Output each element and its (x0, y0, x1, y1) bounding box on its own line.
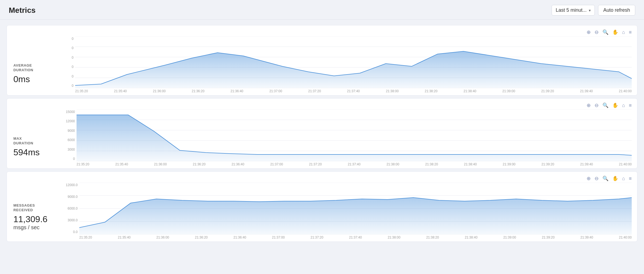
auto-refresh-button[interactable]: Auto refresh (598, 5, 635, 16)
time-selector-label: Last 5 minut... (556, 7, 587, 13)
chart-svg-3 (79, 183, 632, 234)
x-axis-1: 21:35:20 21:35:40 21:36:00 21:36:20 21:3… (62, 88, 637, 95)
chart-body-3: MESSAGESRECEIVED 11,309.6 msgs / sec 120… (7, 183, 637, 242)
pan-icon-2[interactable]: ✋ (612, 102, 618, 108)
menu-icon-3[interactable]: ≡ (629, 176, 632, 181)
chart-body-1: AVERAGEDURATION 0ms 0 0 0 0 0 0 (7, 36, 637, 95)
search-icon-3[interactable]: 🔍 (602, 175, 608, 181)
time-selector[interactable]: Last 5 minut... ▾ (552, 5, 595, 16)
chart-toolbar-1: ⊕ ⊖ 🔍 ✋ ⌂ ≡ (7, 28, 637, 36)
chart-toolbar-3: ⊕ ⊖ 🔍 ✋ ⌂ ≡ (7, 174, 637, 183)
zoom-in-icon[interactable]: ⊕ (587, 29, 591, 35)
header: Metrics Last 5 minut... ▾ Auto refresh (0, 0, 644, 20)
chart-svg-area-1 (75, 36, 632, 88)
y-axis-3: 12000.0 9000.0 6000.0 3000.0 0.0 (62, 183, 79, 234)
menu-icon-2[interactable]: ≡ (629, 103, 632, 108)
chart-label-1: AVERAGEDURATION 0ms (7, 36, 62, 95)
header-controls: Last 5 minut... ▾ Auto refresh (552, 5, 635, 16)
chart-label-title-3: MESSAGESRECEIVED (13, 203, 57, 213)
chart-svg-1 (75, 36, 632, 88)
chart-value-1: 0ms (13, 74, 57, 84)
chart-toolbar-2: ⊕ ⊖ 🔍 ✋ ⌂ ≡ (7, 101, 637, 109)
pan-icon[interactable]: ✋ (612, 29, 618, 35)
chart-svg-area-2 (77, 109, 632, 161)
chart-messages-received: ⊕ ⊖ 🔍 ✋ ⌂ ≡ MESSAGESRECEIVED 11,309.6 ms… (7, 171, 637, 242)
zoom-in-icon-3[interactable]: ⊕ (587, 175, 591, 181)
pan-icon-3[interactable]: ✋ (612, 175, 618, 181)
chart-value-2: 594ms (13, 147, 57, 157)
svg-marker-19 (79, 198, 632, 234)
chart-svg-area-3 (79, 183, 632, 234)
zoom-in-icon-2[interactable]: ⊕ (587, 102, 591, 108)
chevron-down-icon: ▾ (589, 8, 591, 13)
chart-max-duration: ⊕ ⊖ 🔍 ✋ ⌂ ≡ MAXDURATION 594ms 15000 1200… (7, 98, 637, 169)
zoom-out-icon[interactable]: ⊖ (595, 29, 599, 35)
search-icon-2[interactable]: 🔍 (602, 102, 608, 108)
chart-value-3: 11,309.6 (13, 214, 57, 224)
chart-label-title-2: MAXDURATION (13, 136, 57, 146)
x-axis-3: 21:35:20 21:35:40 21:36:00 21:36:20 21:3… (62, 234, 637, 242)
charts-container: ⊕ ⊖ 🔍 ✋ ⌂ ≡ AVERAGEDURATION 0ms 0 0 (0, 20, 644, 247)
home-icon-3[interactable]: ⌂ (622, 176, 625, 181)
zoom-out-icon-3[interactable]: ⊖ (595, 175, 599, 181)
y-axis-2: 15000 12000 9000 6000 3000 0 (62, 109, 77, 161)
page-title: Metrics (9, 6, 36, 15)
chart-unit-3: msgs / sec (13, 224, 57, 231)
chart-body-2: MAXDURATION 594ms 15000 12000 9000 6000 … (7, 109, 637, 168)
search-icon[interactable]: 🔍 (602, 29, 608, 35)
y-axis-1: 0 0 0 0 0 0 (62, 36, 75, 88)
menu-icon[interactable]: ≡ (629, 29, 632, 35)
zoom-out-icon-2[interactable]: ⊖ (595, 102, 599, 108)
chart-label-title-1: AVERAGEDURATION (13, 63, 57, 73)
chart-label-2: MAXDURATION 594ms (7, 109, 62, 168)
home-icon[interactable]: ⌂ (622, 29, 625, 35)
home-icon-2[interactable]: ⌂ (622, 103, 625, 108)
chart-svg-2 (77, 109, 632, 161)
chart-avg-duration: ⊕ ⊖ 🔍 ✋ ⌂ ≡ AVERAGEDURATION 0ms 0 0 (7, 25, 637, 96)
chart-label-3: MESSAGESRECEIVED 11,309.6 msgs / sec (7, 183, 62, 242)
svg-marker-6 (75, 51, 632, 88)
x-axis-2: 21:35:20 21:35:40 21:36:00 21:36:20 21:3… (62, 161, 637, 168)
